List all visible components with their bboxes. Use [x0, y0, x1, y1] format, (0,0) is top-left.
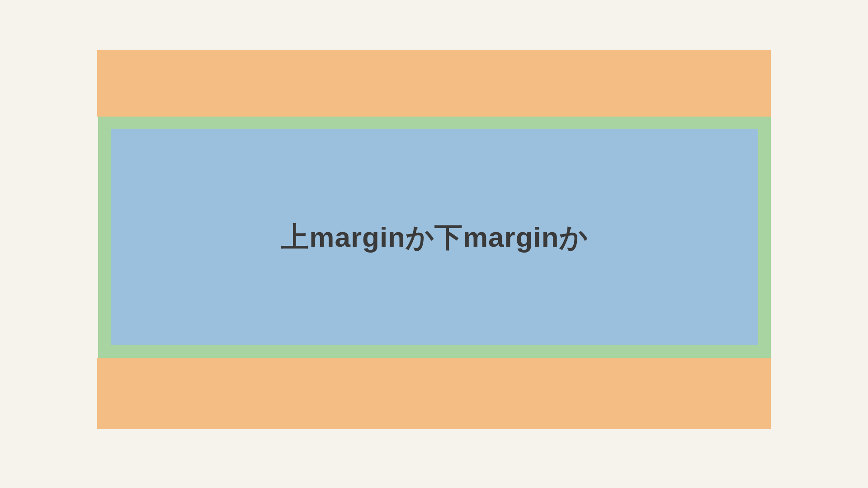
margin-bottom-region — [97, 358, 771, 429]
content-region: 上marginか下marginか — [111, 129, 758, 345]
content-text: 上marginか下marginか — [281, 218, 588, 256]
margin-top-region — [97, 50, 771, 117]
padding-region: 上marginか下marginか — [98, 117, 771, 358]
box-model-diagram: 上marginか下marginか — [97, 50, 771, 429]
